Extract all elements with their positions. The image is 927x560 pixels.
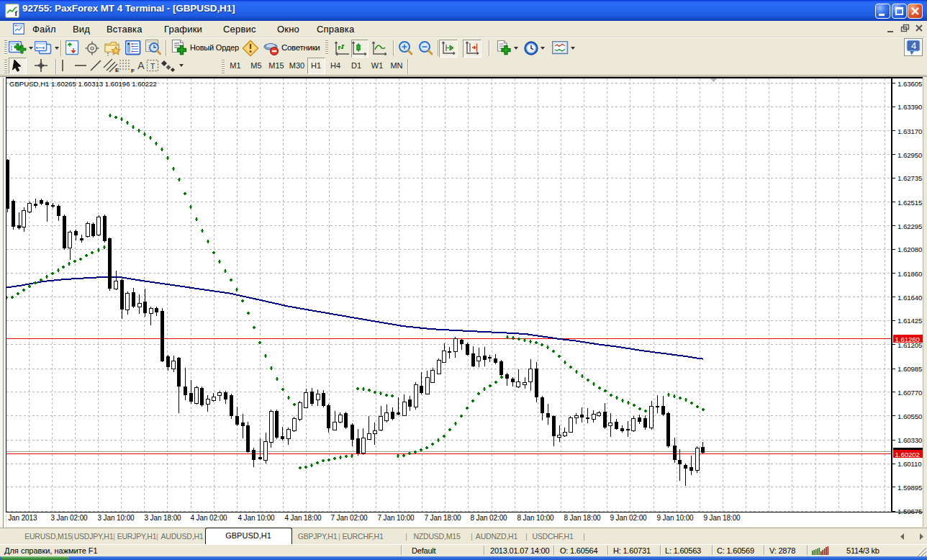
svg-text:1.61640: 1.61640 xyxy=(897,294,923,302)
svg-text:8 Jan 02:00: 8 Jan 02:00 xyxy=(470,514,507,522)
svg-text:8 Jan 10:00: 8 Jan 10:00 xyxy=(517,514,554,522)
svg-text:1.60110: 1.60110 xyxy=(897,460,922,468)
svg-text:7 Jan 02:00: 7 Jan 02:00 xyxy=(330,514,368,522)
svg-text:4 Jan 02:00: 4 Jan 02:00 xyxy=(190,514,227,522)
svg-text:8 Jan 18:00: 8 Jan 18:00 xyxy=(564,514,601,522)
svg-text:1.62080: 1.62080 xyxy=(897,245,923,253)
svg-text:9 Jan 02:00: 9 Jan 02:00 xyxy=(610,514,647,522)
svg-text:4 Jan 10:00: 4 Jan 10:00 xyxy=(238,514,275,522)
svg-text:1.61260: 1.61260 xyxy=(895,335,921,343)
svg-text:1.60550: 1.60550 xyxy=(897,412,923,420)
svg-text:1.60985: 1.60985 xyxy=(897,365,922,373)
svg-text:3 Jan 10:00: 3 Jan 10:00 xyxy=(97,514,135,522)
svg-text:1.60330: 1.60330 xyxy=(897,436,923,444)
svg-text:1.63390: 1.63390 xyxy=(897,103,923,111)
svg-text:GBPUSD,H1 1.60265 1.60313 1.6: GBPUSD,H1 1.60265 1.60313 1.60196 1.6022… xyxy=(9,80,157,88)
svg-text:3 Jan 02:00: 3 Jan 02:00 xyxy=(50,514,88,522)
svg-text:1.59895: 1.59895 xyxy=(897,484,922,492)
svg-text:1.61860: 1.61860 xyxy=(897,270,923,278)
svg-text:1.62515: 1.62515 xyxy=(897,199,922,207)
svg-text:1.62950: 1.62950 xyxy=(897,151,923,159)
svg-text:9 Jan 18:00: 9 Jan 18:00 xyxy=(703,514,741,522)
svg-text:1.59675: 1.59675 xyxy=(897,507,922,515)
svg-text:9 Jan 10:00: 9 Jan 10:00 xyxy=(656,514,694,522)
svg-text:1.62295: 1.62295 xyxy=(897,222,922,230)
svg-text:4 Jan 18:00: 4 Jan 18:00 xyxy=(284,514,322,522)
svg-text:2 Jan 2013: 2 Jan 2013 xyxy=(2,514,37,522)
svg-text:1.62735: 1.62735 xyxy=(897,174,922,182)
svg-text:1.61425: 1.61425 xyxy=(897,317,922,325)
svg-text:1.63170: 1.63170 xyxy=(897,127,923,135)
svg-text:7 Jan 10:00: 7 Jan 10:00 xyxy=(377,514,415,522)
svg-text:1.63605: 1.63605 xyxy=(897,80,922,88)
svg-text:7 Jan 18:00: 7 Jan 18:00 xyxy=(424,514,461,522)
svg-text:3 Jan 18:00: 3 Jan 18:00 xyxy=(144,514,181,522)
svg-text:1.60202: 1.60202 xyxy=(895,451,920,459)
svg-text:1.60770: 1.60770 xyxy=(897,389,923,397)
